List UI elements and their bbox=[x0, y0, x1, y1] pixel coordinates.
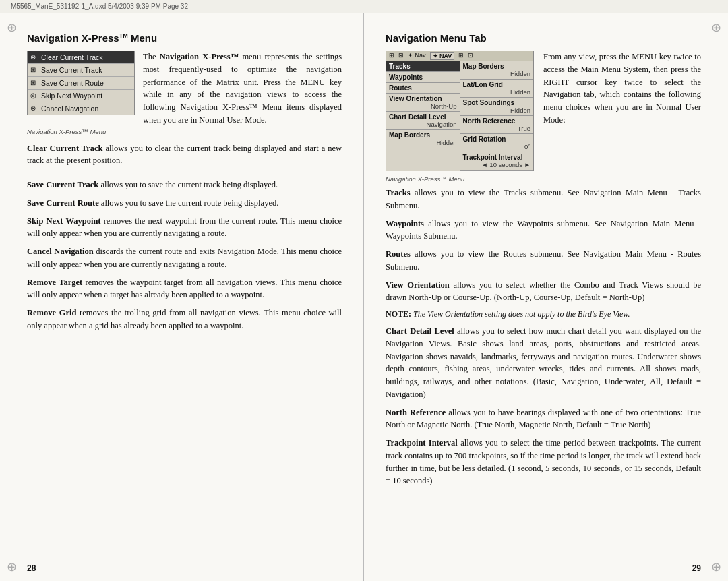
nav-tab-panel: Tracks Waypoints Routes View Orientation… bbox=[386, 61, 533, 171]
nav-col-left: Tracks Waypoints Routes View Orientation… bbox=[386, 61, 460, 171]
menu-item-clear: ⊗ Clear Current Track bbox=[28, 51, 134, 64]
chart-detail-para: Chart Detail Level allows you to select … bbox=[386, 325, 701, 401]
view-orientation-para: View Orientation allows you to select wh… bbox=[386, 279, 701, 305]
north-reference-para: North Reference allows you to have beari… bbox=[386, 406, 701, 432]
save-route-para: Save Current Route allows you to save th… bbox=[27, 197, 342, 210]
cancel-nav-icon: ⊗ bbox=[30, 104, 38, 113]
save-track-icon: ⊞ bbox=[30, 66, 38, 74]
menu-item-cancel-nav: ⊗ Cancel Navigation bbox=[28, 102, 134, 115]
trackpoint-interval-para: Trackpoint Interval allows you to select… bbox=[386, 437, 701, 487]
reg-mark-bl: ⊕ bbox=[7, 559, 17, 574]
save-track-para: Save Current Track allows you to save th… bbox=[27, 179, 342, 191]
note-para: NOTE: The View Orientation setting does … bbox=[386, 309, 701, 319]
remove-target-para: Remove Target removes the waypoint targe… bbox=[27, 276, 342, 302]
remove-grid-para: Remove Grid removes the trolling grid fr… bbox=[27, 307, 342, 332]
main-content: ⊕ Navigation X-PressTM Menu ⊗ Clear Curr… bbox=[0, 13, 728, 581]
nav-row-latlon: Lat/Lon Grid Hidden bbox=[460, 80, 534, 98]
clear-icon: ⊗ bbox=[30, 53, 38, 61]
intro-block: ⊗ Clear Current Track ⊞ Save Current Tra… bbox=[27, 51, 342, 135]
nav-tab-caption: Navigation X-Press™ Menu bbox=[386, 175, 701, 183]
nav-row-map-borders: Map Borders Hidden bbox=[386, 130, 460, 148]
right-section-heading: Navigation Menu Tab bbox=[386, 32, 701, 44]
nav-row-grid-rotation: Grid Rotation 0° bbox=[460, 134, 534, 152]
nav-row-view-orientation: View Orientation North-Up bbox=[386, 94, 460, 112]
divider bbox=[27, 173, 342, 173]
save-route-icon: ⊞ bbox=[30, 79, 38, 87]
menu-item-save-route: ⊞ Save Current Route bbox=[28, 77, 134, 90]
nav-row-spot-soundings: Spot Soundings Hidden bbox=[460, 98, 534, 116]
nav-row-map-borders-r: Map Borders Hidden bbox=[460, 61, 534, 80]
tracks-para: Tracks allows you to view the Tracks sub… bbox=[386, 187, 701, 212]
right-intro-text: From any view, press the MENU key twice … bbox=[543, 51, 701, 127]
file-info: M5565_ManE_531192-1_A.qxd 5/4/2003 9:39 … bbox=[11, 3, 188, 10]
nav-tab-block: ⊞ ⊠ ✦ Nav ✦ NAV ⊞ ⊡ Tracks bbox=[386, 51, 701, 183]
cancel-nav-para: Cancel Navigation discards the current r… bbox=[27, 245, 342, 271]
nav-row-routes: Routes bbox=[386, 83, 460, 94]
nav-tab-screenshot: ⊞ ⊠ ✦ Nav ✦ NAV ⊞ ⊡ Tracks bbox=[386, 51, 534, 171]
clear-track-para: Clear Current Track allows you to clear … bbox=[27, 142, 342, 168]
left-page: ⊕ Navigation X-PressTM Menu ⊗ Clear Curr… bbox=[0, 13, 364, 581]
menu-caption: Navigation X-Press™ Menu bbox=[27, 128, 342, 135]
skip-waypoint-para: Skip Next Waypoint removes the next wayp… bbox=[27, 215, 342, 241]
nav-row-waypoints: Waypoints bbox=[386, 72, 460, 83]
right-page: ⊕ Navigation Menu Tab ⊞ ⊠ ✦ Nav ✦ NAV ⊞ … bbox=[364, 13, 728, 581]
page-number-left: 28 bbox=[27, 563, 36, 573]
nav-col-right: Map Borders Hidden Lat/Lon Grid Hidden S… bbox=[460, 61, 534, 171]
routes-para: Routes allows you to view the Routes sub… bbox=[386, 248, 701, 274]
nav-row-tracks: Tracks bbox=[386, 61, 460, 72]
reg-mark-tr: ⊕ bbox=[711, 20, 721, 35]
nav-row-chart-detail: Chart Detail Level Navigation bbox=[386, 112, 460, 130]
tab-header-bar: ⊞ ⊠ ✦ Nav ✦ NAV ⊞ ⊡ bbox=[386, 51, 533, 61]
waypoints-para: Waypoints allows you to view the Waypoin… bbox=[386, 218, 701, 243]
menu-screenshot: ⊗ Clear Current Track ⊞ Save Current Tra… bbox=[27, 51, 135, 115]
menu-item-save-track: ⊞ Save Current Track bbox=[28, 64, 134, 77]
menu-item-skip-waypoint: ◎ Skip Next Waypoint bbox=[28, 90, 134, 102]
left-section-heading: Navigation X-PressTM Menu bbox=[27, 32, 342, 44]
reg-mark-tl: ⊕ bbox=[7, 20, 17, 35]
nav-row-north-ref: North Reference True bbox=[460, 116, 534, 134]
top-metadata-bar: M5565_ManE_531192-1_A.qxd 5/4/2003 9:39 … bbox=[0, 0, 728, 13]
reg-mark-br: ⊕ bbox=[711, 559, 721, 574]
page-number-right: 29 bbox=[692, 563, 701, 573]
nav-row-trackpoint-interval: Trackpoint Interval ◄ 10 seconds ► bbox=[460, 152, 534, 171]
skip-waypoint-icon: ◎ bbox=[30, 92, 38, 100]
